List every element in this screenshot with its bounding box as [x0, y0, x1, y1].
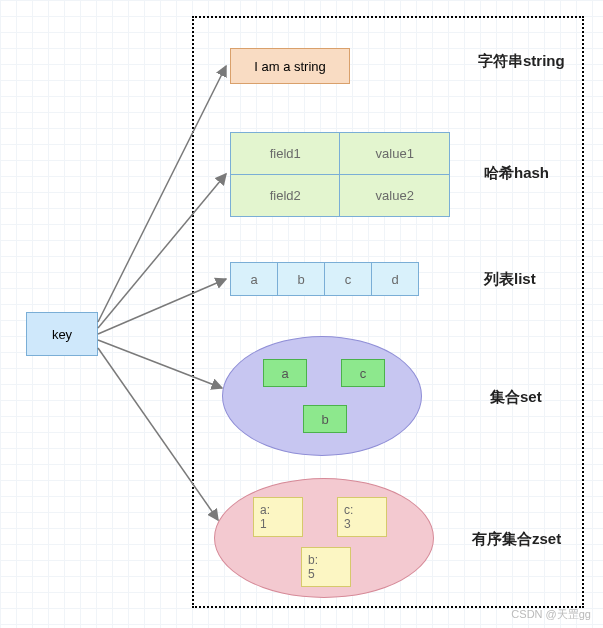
string-value-box: I am a string: [230, 48, 350, 84]
zset-member-name: a:: [260, 503, 270, 517]
hash-field: field1: [231, 133, 340, 175]
zset-member-name: b:: [308, 553, 318, 567]
set-ellipse: a c b: [222, 336, 422, 456]
set-type-label: 集合set: [490, 388, 542, 407]
string-type-label: 字符串string: [478, 52, 565, 71]
set-member: a: [263, 359, 307, 387]
watermark: CSDN @天罡gg: [511, 607, 591, 622]
zset-ellipse: a: 1 c: 3 b: 5: [214, 478, 434, 598]
zset-member-score: 1: [260, 517, 267, 531]
list-item: d: [371, 262, 419, 296]
list-item: a: [230, 262, 278, 296]
list-item: c: [324, 262, 372, 296]
hash-row: field2 value2: [231, 175, 450, 217]
diagram-canvas: key I am a string 字符串string field1 value…: [0, 0, 603, 628]
string-value: I am a string: [254, 59, 326, 74]
list-item: b: [277, 262, 325, 296]
hash-value: value2: [340, 175, 450, 217]
zset-member: c: 3: [337, 497, 387, 537]
list-type-label: 列表list: [484, 270, 536, 289]
key-node: key: [26, 312, 98, 356]
zset-member: a: 1: [253, 497, 303, 537]
set-member: c: [341, 359, 385, 387]
set-member: b: [303, 405, 347, 433]
zset-member: b: 5: [301, 547, 351, 587]
zset-type-label: 有序集合zset: [472, 530, 561, 549]
hash-table: field1 value1 field2 value2: [230, 132, 450, 217]
zset-member-score: 5: [308, 567, 315, 581]
list-row: a b c d: [230, 262, 419, 296]
hash-type-label: 哈希hash: [484, 164, 549, 183]
key-label: key: [52, 327, 72, 342]
zset-member-name: c:: [344, 503, 353, 517]
hash-value: value1: [340, 133, 450, 175]
zset-member-score: 3: [344, 517, 351, 531]
hash-row: field1 value1: [231, 133, 450, 175]
hash-field: field2: [231, 175, 340, 217]
